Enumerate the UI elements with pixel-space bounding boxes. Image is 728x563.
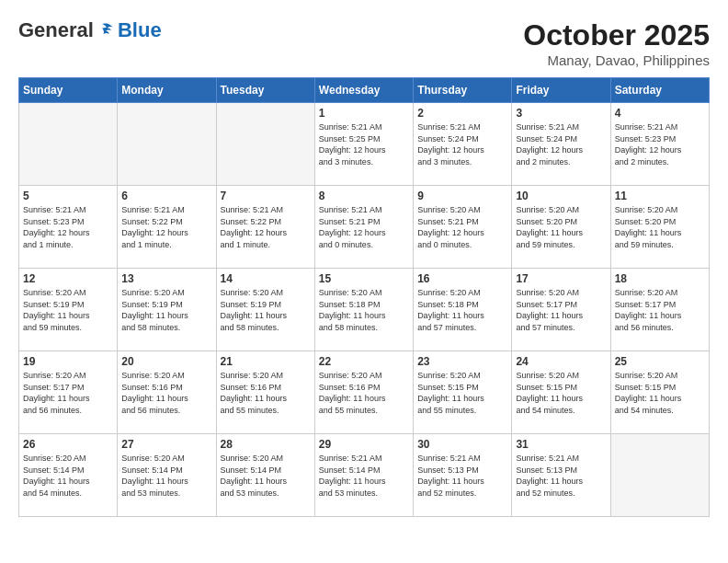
cell-content: Sunrise: 5:20 AMSunset: 5:19 PMDaylight:… xyxy=(121,287,211,333)
calendar-cell: 10Sunrise: 5:20 AMSunset: 5:20 PMDayligh… xyxy=(512,186,610,269)
cell-content: Sunrise: 5:21 AMSunset: 5:14 PMDaylight:… xyxy=(319,453,409,499)
cell-content: Sunrise: 5:20 AMSunset: 5:14 PMDaylight:… xyxy=(23,453,113,499)
calendar-header-row: SundayMondayTuesdayWednesdayThursdayFrid… xyxy=(19,78,710,103)
calendar-cell: 1Sunrise: 5:21 AMSunset: 5:25 PMDaylight… xyxy=(314,103,413,186)
calendar-cell: 25Sunrise: 5:20 AMSunset: 5:15 PMDayligh… xyxy=(610,351,709,434)
calendar-cell: 7Sunrise: 5:21 AMSunset: 5:22 PMDaylight… xyxy=(216,186,314,269)
day-number: 21 xyxy=(221,355,311,368)
day-number: 15 xyxy=(319,272,409,285)
day-header-wednesday: Wednesday xyxy=(314,78,413,103)
calendar-cell xyxy=(610,434,709,517)
location: Manay, Davao, Philippines xyxy=(523,52,710,68)
calendar-week-row: 26Sunrise: 5:20 AMSunset: 5:14 PMDayligh… xyxy=(19,434,710,517)
day-number: 16 xyxy=(417,272,507,285)
day-number: 25 xyxy=(615,355,705,368)
calendar-cell: 14Sunrise: 5:20 AMSunset: 5:19 PMDayligh… xyxy=(216,269,314,351)
cell-content: Sunrise: 5:21 AMSunset: 5:22 PMDaylight:… xyxy=(221,204,311,250)
cell-content: Sunrise: 5:20 AMSunset: 5:15 PMDaylight:… xyxy=(615,370,705,416)
day-number: 10 xyxy=(516,190,606,202)
day-number: 29 xyxy=(319,438,409,451)
cell-content: Sunrise: 5:21 AMSunset: 5:23 PMDaylight:… xyxy=(615,121,705,167)
cell-content: Sunrise: 5:20 AMSunset: 5:15 PMDaylight:… xyxy=(516,370,606,416)
calendar-cell: 29Sunrise: 5:21 AMSunset: 5:14 PMDayligh… xyxy=(314,434,413,517)
cell-content: Sunrise: 5:20 AMSunset: 5:16 PMDaylight:… xyxy=(221,370,311,416)
day-number: 23 xyxy=(417,355,507,368)
title-block: October 2025 Manay, Davao, Philippines xyxy=(523,18,710,68)
cell-content: Sunrise: 5:21 AMSunset: 5:13 PMDaylight:… xyxy=(417,453,507,499)
calendar-week-row: 12Sunrise: 5:20 AMSunset: 5:19 PMDayligh… xyxy=(19,269,710,351)
day-number: 19 xyxy=(23,355,113,368)
cell-content: Sunrise: 5:21 AMSunset: 5:22 PMDaylight:… xyxy=(121,204,211,250)
calendar-cell: 31Sunrise: 5:21 AMSunset: 5:13 PMDayligh… xyxy=(512,434,610,517)
cell-content: Sunrise: 5:20 AMSunset: 5:15 PMDaylight:… xyxy=(417,370,507,416)
cell-content: Sunrise: 5:21 AMSunset: 5:25 PMDaylight:… xyxy=(319,121,409,167)
calendar-cell: 5Sunrise: 5:21 AMSunset: 5:23 PMDaylight… xyxy=(19,186,118,269)
cell-content: Sunrise: 5:20 AMSunset: 5:18 PMDaylight:… xyxy=(319,287,409,333)
cell-content: Sunrise: 5:20 AMSunset: 5:18 PMDaylight:… xyxy=(417,287,507,333)
calendar-cell xyxy=(118,103,216,186)
calendar-cell xyxy=(19,103,118,186)
day-number: 13 xyxy=(121,272,211,285)
cell-content: Sunrise: 5:21 AMSunset: 5:13 PMDaylight:… xyxy=(516,453,606,499)
day-number: 18 xyxy=(615,272,705,285)
calendar-week-row: 5Sunrise: 5:21 AMSunset: 5:23 PMDaylight… xyxy=(19,186,710,269)
day-number: 5 xyxy=(23,190,113,202)
day-header-saturday: Saturday xyxy=(610,78,709,103)
day-number: 20 xyxy=(121,355,211,368)
day-number: 14 xyxy=(221,272,311,285)
calendar-cell: 20Sunrise: 5:20 AMSunset: 5:16 PMDayligh… xyxy=(118,351,216,434)
day-number: 24 xyxy=(516,355,606,368)
day-number: 4 xyxy=(615,107,705,120)
cell-content: Sunrise: 5:20 AMSunset: 5:20 PMDaylight:… xyxy=(516,204,606,250)
calendar-cell: 12Sunrise: 5:20 AMSunset: 5:19 PMDayligh… xyxy=(19,269,118,351)
cell-content: Sunrise: 5:20 AMSunset: 5:19 PMDaylight:… xyxy=(221,287,311,333)
cell-content: Sunrise: 5:20 AMSunset: 5:14 PMDaylight:… xyxy=(121,453,211,499)
calendar-cell: 30Sunrise: 5:21 AMSunset: 5:13 PMDayligh… xyxy=(414,434,512,517)
logo-blue: Blue xyxy=(118,18,162,42)
cell-content: Sunrise: 5:20 AMSunset: 5:17 PMDaylight:… xyxy=(516,287,606,333)
cell-content: Sunrise: 5:20 AMSunset: 5:21 PMDaylight:… xyxy=(417,204,507,250)
day-number: 22 xyxy=(319,355,409,368)
cell-content: Sunrise: 5:20 AMSunset: 5:20 PMDaylight:… xyxy=(615,204,705,250)
cell-content: Sunrise: 5:21 AMSunset: 5:24 PMDaylight:… xyxy=(417,121,507,167)
calendar-cell: 17Sunrise: 5:20 AMSunset: 5:17 PMDayligh… xyxy=(512,269,610,351)
calendar-cell: 27Sunrise: 5:20 AMSunset: 5:14 PMDayligh… xyxy=(118,434,216,517)
calendar-cell: 9Sunrise: 5:20 AMSunset: 5:21 PMDaylight… xyxy=(414,186,512,269)
day-header-monday: Monday xyxy=(118,78,216,103)
day-number: 9 xyxy=(417,190,507,202)
calendar-cell: 3Sunrise: 5:21 AMSunset: 5:24 PMDaylight… xyxy=(512,103,610,186)
calendar-week-row: 19Sunrise: 5:20 AMSunset: 5:17 PMDayligh… xyxy=(19,351,710,434)
calendar-cell: 26Sunrise: 5:20 AMSunset: 5:14 PMDayligh… xyxy=(19,434,118,517)
day-number: 7 xyxy=(221,190,311,202)
calendar-cell: 18Sunrise: 5:20 AMSunset: 5:17 PMDayligh… xyxy=(610,269,709,351)
day-header-friday: Friday xyxy=(512,78,610,103)
calendar-cell: 22Sunrise: 5:20 AMSunset: 5:16 PMDayligh… xyxy=(314,351,413,434)
day-header-thursday: Thursday xyxy=(414,78,512,103)
calendar-cell: 11Sunrise: 5:20 AMSunset: 5:20 PMDayligh… xyxy=(610,186,709,269)
cell-content: Sunrise: 5:20 AMSunset: 5:16 PMDaylight:… xyxy=(121,370,211,416)
day-header-tuesday: Tuesday xyxy=(216,78,314,103)
day-number: 17 xyxy=(516,272,606,285)
calendar-cell: 8Sunrise: 5:21 AMSunset: 5:21 PMDaylight… xyxy=(314,186,413,269)
cell-content: Sunrise: 5:20 AMSunset: 5:19 PMDaylight:… xyxy=(23,287,113,333)
logo: General Blue xyxy=(18,18,162,42)
day-header-sunday: Sunday xyxy=(19,78,118,103)
cell-content: Sunrise: 5:20 AMSunset: 5:14 PMDaylight:… xyxy=(221,453,311,499)
day-number: 3 xyxy=(516,107,606,120)
calendar-week-row: 1Sunrise: 5:21 AMSunset: 5:25 PMDaylight… xyxy=(19,103,710,186)
cell-content: Sunrise: 5:20 AMSunset: 5:17 PMDaylight:… xyxy=(615,287,705,333)
calendar-cell xyxy=(216,103,314,186)
calendar-cell: 21Sunrise: 5:20 AMSunset: 5:16 PMDayligh… xyxy=(216,351,314,434)
calendar-cell: 23Sunrise: 5:20 AMSunset: 5:15 PMDayligh… xyxy=(414,351,512,434)
calendar-cell: 13Sunrise: 5:20 AMSunset: 5:19 PMDayligh… xyxy=(118,269,216,351)
calendar-cell: 28Sunrise: 5:20 AMSunset: 5:14 PMDayligh… xyxy=(216,434,314,517)
day-number: 8 xyxy=(319,190,409,202)
cell-content: Sunrise: 5:21 AMSunset: 5:21 PMDaylight:… xyxy=(319,204,409,250)
calendar-cell: 4Sunrise: 5:21 AMSunset: 5:23 PMDaylight… xyxy=(610,103,709,186)
day-number: 26 xyxy=(23,438,113,451)
calendar-cell: 19Sunrise: 5:20 AMSunset: 5:17 PMDayligh… xyxy=(19,351,118,434)
day-number: 11 xyxy=(615,190,705,202)
calendar-cell: 16Sunrise: 5:20 AMSunset: 5:18 PMDayligh… xyxy=(414,269,512,351)
calendar-cell: 15Sunrise: 5:20 AMSunset: 5:18 PMDayligh… xyxy=(314,269,413,351)
calendar-cell: 6Sunrise: 5:21 AMSunset: 5:22 PMDaylight… xyxy=(118,186,216,269)
